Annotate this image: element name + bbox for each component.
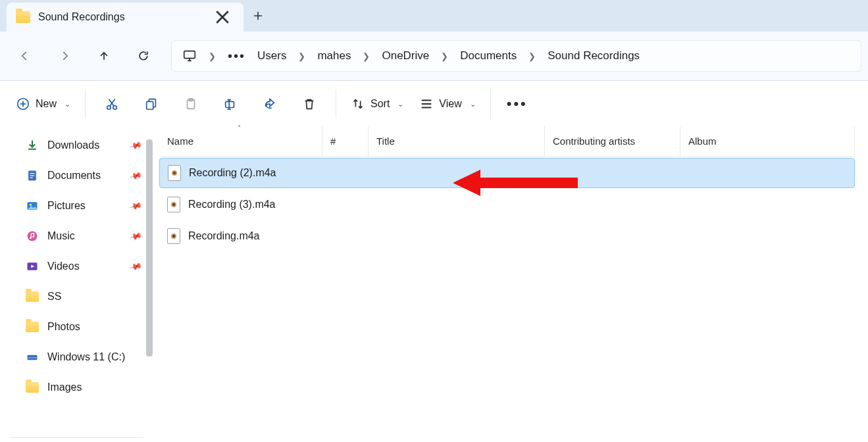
sidebar-item-ss[interactable]: SS: [7, 282, 153, 312]
separator: [490, 89, 491, 118]
audio-file-icon: [167, 228, 180, 244]
breadcrumb-seg-soundrec[interactable]: Sound Recordings: [544, 49, 644, 62]
column-number[interactable]: #: [322, 126, 369, 156]
file-list-area: ˄ Name # Title Contributing artists Albu…: [153, 126, 868, 442]
audio-file-icon: [167, 197, 180, 212]
column-artist[interactable]: Contributing artists: [545, 126, 680, 156]
sidebar-item-label: Pictures: [47, 200, 86, 212]
divider: [9, 437, 143, 438]
sidebar-scrollbar[interactable]: [146, 139, 153, 356]
sidebar-item-label: SS: [47, 291, 61, 303]
this-pc-icon[interactable]: [178, 49, 201, 63]
sidebar-item-music[interactable]: Music 📌: [7, 221, 153, 251]
column-name[interactable]: ˄ Name: [159, 126, 322, 156]
pin-icon: 📌: [128, 199, 142, 213]
refresh-button[interactable]: [125, 40, 162, 72]
copy-button[interactable]: [133, 91, 170, 117]
svg-point-12: [28, 232, 38, 241]
folder-icon: [25, 289, 39, 304]
videos-icon: [25, 259, 39, 274]
sidebar-item-pictures[interactable]: Pictures 📌: [7, 191, 153, 221]
sidebar-item-downloads[interactable]: Downloads 📌: [7, 130, 153, 160]
file-name: Recording (2).m4a: [189, 167, 276, 179]
separator: [85, 89, 86, 118]
chevron-down-icon: ⌄: [64, 100, 70, 109]
pictures-icon: [25, 199, 39, 213]
back-button[interactable]: [7, 40, 43, 72]
svg-point-14: [32, 235, 34, 237]
nav-row: ❯ ••• Users ❯ mahes ❯ OneDrive ❯ Documen…: [0, 32, 868, 80]
sidebar-item-images[interactable]: Images: [7, 372, 153, 403]
paste-button[interactable]: [172, 91, 209, 117]
column-title[interactable]: Title: [369, 126, 545, 156]
svg-rect-17: [28, 357, 38, 358]
pin-icon: 📌: [128, 260, 142, 274]
column-label: Name: [167, 135, 193, 147]
svg-rect-5: [147, 101, 153, 109]
new-tab-button[interactable]: [243, 0, 272, 32]
breadcrumb-seg-documents[interactable]: Documents: [456, 49, 521, 62]
folder-icon: [25, 320, 39, 334]
drive-icon: [25, 350, 39, 364]
chevron-right-icon[interactable]: ❯: [205, 51, 220, 61]
pin-icon: 📌: [128, 139, 142, 153]
rename-button[interactable]: [212, 91, 249, 117]
breadcrumb-bar[interactable]: ❯ ••• Users ❯ mahes ❯ OneDrive ❯ Documen…: [171, 40, 861, 72]
file-name: Recording.m4a: [188, 230, 260, 242]
column-album[interactable]: Album: [680, 126, 855, 156]
folder-icon: [25, 380, 39, 395]
chevron-right-icon[interactable]: ❯: [359, 51, 374, 61]
music-icon: [25, 229, 39, 243]
sidebar-item-label: Music: [47, 230, 75, 242]
breadcrumb-seg-mahes[interactable]: mahes: [313, 49, 355, 62]
sort-button[interactable]: Sort ⌄: [344, 91, 410, 117]
sidebar-item-documents[interactable]: Documents 📌: [7, 160, 153, 191]
sidebar-item-videos[interactable]: Videos 📌: [7, 251, 153, 282]
view-label: View: [439, 98, 461, 110]
chevron-right-icon[interactable]: ❯: [524, 51, 540, 61]
tab-title: Sound Recordings: [38, 11, 205, 23]
column-headers: ˄ Name # Title Contributing artists Albu…: [159, 126, 855, 157]
svg-point-11: [30, 204, 32, 206]
breadcrumb-overflow[interactable]: •••: [224, 49, 249, 64]
pin-icon: 📌: [128, 230, 142, 243]
up-button[interactable]: [86, 40, 122, 72]
svg-rect-0: [184, 51, 195, 59]
breadcrumb-seg-users[interactable]: Users: [253, 49, 290, 62]
sidebar-item-label: Documents: [47, 170, 101, 182]
sidebar-item-label: Photos: [47, 321, 80, 333]
chevron-down-icon: ⌄: [470, 100, 476, 109]
cut-button[interactable]: [93, 91, 130, 117]
close-tab-button[interactable]: [213, 8, 232, 26]
forward-button[interactable]: [46, 40, 83, 72]
svg-point-13: [30, 237, 32, 239]
sidebar-item-label: Videos: [47, 260, 80, 272]
chevron-right-icon[interactable]: ❯: [294, 51, 309, 61]
document-icon: [25, 168, 39, 183]
share-button[interactable]: [251, 91, 288, 117]
chevron-right-icon[interactable]: ❯: [437, 51, 452, 61]
separator: [336, 89, 336, 118]
chevron-down-icon: ⌄: [397, 100, 403, 109]
sidebar-item-windows-c[interactable]: Windows 11 (C:): [7, 342, 153, 372]
view-button[interactable]: View ⌄: [413, 91, 482, 117]
file-row[interactable]: Recording (2).m4a: [159, 158, 855, 188]
pin-icon: 📌: [128, 169, 142, 183]
toolbar: New ⌄ Sort ⌄ View ⌄ •••: [0, 81, 868, 127]
file-row[interactable]: Recording.m4a: [159, 221, 855, 251]
nav-sidebar: Downloads 📌 Documents 📌 Pictures 📌 Music…: [0, 126, 153, 442]
column-label: #: [330, 135, 336, 147]
svg-rect-8: [226, 101, 234, 107]
new-button[interactable]: New ⌄: [9, 91, 77, 117]
new-label: New: [36, 98, 57, 110]
breadcrumb-seg-onedrive[interactable]: OneDrive: [378, 49, 433, 62]
folder-icon: [16, 11, 30, 23]
sidebar-item-label: Downloads: [47, 139, 99, 151]
column-label: Album: [688, 135, 717, 147]
more-button[interactable]: •••: [499, 91, 536, 117]
file-row[interactable]: Recording (3).m4a: [159, 189, 855, 220]
active-tab[interactable]: Sound Recordings: [7, 3, 243, 32]
delete-button[interactable]: [291, 91, 328, 117]
sidebar-item-photos[interactable]: Photos: [7, 312, 153, 342]
column-label: Contributing artists: [553, 135, 635, 147]
